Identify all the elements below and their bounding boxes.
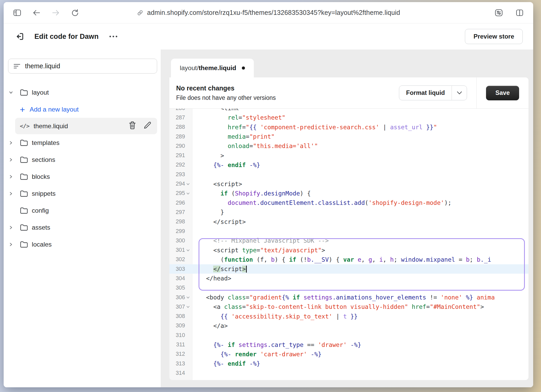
chevron-right-icon[interactable] — [9, 192, 17, 196]
code-line-293[interactable]: 293 — [169, 170, 528, 179]
code-line-310[interactable]: 310 — [169, 330, 528, 340]
save-button[interactable]: Save — [486, 86, 519, 100]
line-number: 309 — [169, 321, 192, 330]
code-text: </head> — [192, 274, 528, 283]
chevron-right-icon[interactable] — [9, 158, 17, 162]
desktop-background: admin.shopify.com/store/rzq1xu-f5/themes… — [0, 0, 541, 392]
sidebar-item-label: templates — [32, 139, 59, 146]
fold-chevron-icon[interactable] — [185, 295, 191, 299]
chevron-right-icon[interactable] — [9, 242, 17, 247]
line-number: 286 — [169, 109, 192, 113]
sidebar-item-snippets[interactable]: snippets — [4, 185, 161, 202]
line-number: 305 — [169, 283, 192, 293]
code-line-308[interactable]: 308 {{ 'accessibility.skip_to_text' | t … — [169, 312, 528, 321]
sidebar-add-layout[interactable]: +Add a new layout — [4, 101, 161, 118]
code-line-287[interactable]: 287 rel="stylesheet" — [169, 113, 528, 122]
browser-settings-icon[interactable] — [493, 7, 505, 19]
code-line-315[interactable]: 315 <main id="MainContent" — [169, 378, 528, 380]
line-number: 302 — [169, 255, 192, 264]
fold-chevron-icon[interactable] — [185, 182, 191, 186]
code-line-288[interactable]: 288 href="{{ 'component-predictive-searc… — [169, 123, 528, 132]
code-line-298[interactable]: 298 </script> — [169, 217, 528, 226]
code-line-307[interactable]: 307 <a class="skip-to-content-link butto… — [169, 302, 528, 311]
fold-spacer — [185, 314, 191, 318]
chevron-right-icon[interactable] — [9, 175, 17, 179]
code-line-301[interactable]: 301 <script type="text/javascript"> — [169, 245, 528, 255]
sidebar-item-config[interactable]: config — [4, 202, 161, 219]
code-text — [192, 226, 528, 236]
code-line-291[interactable]: 291 > — [169, 151, 528, 160]
code-text: {%- endif -%} — [192, 359, 528, 368]
delete-file-icon[interactable] — [128, 121, 136, 131]
editor-panel: No recent changes File does not have any… — [169, 77, 528, 380]
code-line-302[interactable]: 302 (function (f, b) { if (!b.__SV) { va… — [169, 255, 528, 264]
fold-spacer — [185, 229, 191, 233]
forward-button-icon[interactable] — [50, 7, 62, 19]
chevron-down-icon[interactable] — [452, 86, 467, 100]
fold-chevron-icon[interactable] — [185, 248, 191, 252]
code-line-300[interactable]: 300 <!-- Mixpanel Javascript SDK --> — [169, 236, 528, 245]
line-number: 304 — [169, 274, 192, 283]
browser-sidebar-toggle-icon[interactable] — [11, 7, 23, 19]
sidebar-item-sections[interactable]: sections — [4, 151, 161, 168]
url-bar[interactable]: admin.shopify.com/store/rzq1xu-f5/themes… — [137, 9, 400, 16]
text-cursor — [246, 266, 247, 273]
version-status: No recent changes File does not have any… — [176, 84, 276, 101]
tab-layout-theme-liquid[interactable]: layout/theme.liquid — [171, 59, 254, 77]
code-line-312[interactable]: 312 {%- render 'cart-drawer' -%} — [169, 350, 528, 359]
code-text: <a class="skip-to-content-link button vi… — [192, 302, 528, 311]
file-search-input[interactable]: theme.liquid — [8, 59, 157, 74]
reload-button-icon[interactable] — [69, 7, 81, 19]
back-button-icon[interactable] — [31, 7, 42, 19]
code-line-295[interactable]: 295 if (Shopify.designMode) { — [169, 189, 528, 198]
format-liquid-button[interactable]: Format liquid — [399, 85, 467, 100]
code-line-286[interactable]: 286 <link — [169, 109, 528, 113]
code-line-309[interactable]: 309 </a> — [169, 321, 528, 330]
code-line-292[interactable]: 292 {%- endif -%} — [169, 160, 528, 170]
sidebar-item-theme-liquid[interactable]: </>theme.liquid — [15, 118, 157, 134]
code-line-297[interactable]: 297 } — [169, 207, 528, 217]
fold-chevron-icon[interactable] — [185, 191, 191, 195]
code-line-304[interactable]: 304 </head> — [169, 274, 528, 283]
line-number: 294 — [169, 179, 192, 188]
header-divider — [476, 77, 477, 108]
code-text: <main id="MainContent" — [192, 378, 528, 380]
folder-icon — [20, 207, 28, 214]
code-text: rel="stylesheet" — [192, 113, 528, 122]
line-number: 303 — [169, 264, 192, 274]
file-sidebar: theme.liquid layout+Add a new layout</>t… — [4, 50, 161, 387]
sidebar-item-blocks[interactable]: blocks — [4, 168, 161, 185]
exit-code-editor-icon[interactable] — [14, 31, 26, 42]
fold-spacer — [185, 210, 191, 214]
code-line-306[interactable]: 306 <body class="gradient{% if settings.… — [169, 293, 528, 302]
tab-label: layout/theme.liquid — [180, 64, 236, 72]
fold-spacer — [185, 267, 191, 271]
code-line-313[interactable]: 313 {%- endif -%} — [169, 359, 528, 368]
code-line-305[interactable]: 305 — [169, 283, 528, 293]
more-options-icon[interactable] — [109, 36, 117, 37]
sidebar-item-locales[interactable]: locales — [4, 236, 161, 253]
split-view-icon[interactable] — [514, 7, 525, 19]
code-text — [192, 368, 528, 378]
code-line-294[interactable]: 294 <script> — [169, 179, 528, 188]
chevron-right-icon[interactable] — [9, 141, 17, 145]
status-subtitle: File does not have any other versions — [176, 94, 276, 101]
code-line-289[interactable]: 289 media="print" — [169, 132, 528, 141]
code-line-311[interactable]: 311 {%- if settings.cart_type == 'drawer… — [169, 340, 528, 349]
code-line-296[interactable]: 296 document.documentElement.classList.a… — [169, 198, 528, 207]
code-text: <script> — [192, 179, 528, 188]
chevron-down-icon[interactable] — [9, 90, 17, 95]
code-editor[interactable]: 286 <link287 rel="stylesheet"288 href="{… — [169, 109, 528, 380]
rename-file-icon[interactable] — [144, 121, 151, 131]
chevron-right-icon[interactable] — [9, 225, 17, 230]
sidebar-item-label: theme.liquid — [34, 123, 68, 130]
sidebar-item-assets[interactable]: assets — [4, 219, 161, 236]
code-line-314[interactable]: 314 — [169, 368, 528, 378]
preview-store-button[interactable]: Preview store — [465, 29, 523, 44]
code-line-303[interactable]: 303 </script> — [169, 264, 528, 274]
code-line-299[interactable]: 299 — [169, 226, 528, 236]
fold-chevron-icon[interactable] — [185, 305, 191, 309]
sidebar-item-templates[interactable]: templates — [4, 134, 161, 151]
code-line-290[interactable]: 290 onload="this.media='all'" — [169, 141, 528, 151]
sidebar-item-layout[interactable]: layout — [4, 84, 161, 101]
